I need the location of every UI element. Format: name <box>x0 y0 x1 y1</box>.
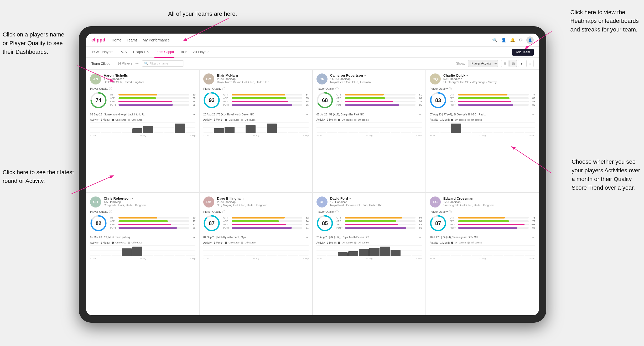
bell-icon[interactable]: 🔔 <box>510 38 515 42</box>
stat-bar-wrap <box>232 97 302 99</box>
chart-label-mid: 21 Aug <box>479 257 486 260</box>
search-box[interactable]: 🔍 Filter by name <box>142 60 184 67</box>
settings-icon[interactable]: ⚙ <box>519 38 523 42</box>
stat-value: 89 <box>417 216 422 219</box>
player-card[interactable]: DB Dave Billingham Plus Handicap Sog Mag… <box>199 193 313 316</box>
sub-nav-hcaps[interactable]: Hcaps 1-5 <box>133 47 149 58</box>
player-card[interactable]: DF David Ford ✔ 1-5 Handicap Royal North… <box>313 193 426 316</box>
on-course-label: On course <box>115 119 126 121</box>
quality-circle[interactable]: 83 <box>430 92 446 109</box>
sub-nav-all-players[interactable]: All Players <box>193 47 210 58</box>
player-handicap: 1-5 Handicap <box>443 200 535 204</box>
quality-circle[interactable]: 87 <box>203 215 220 232</box>
off-course-legend <box>128 242 130 244</box>
activity-label: Activity · 1 Month On course Off course <box>203 241 309 244</box>
quality-label: Player Quality i <box>90 87 195 90</box>
view-list-btn[interactable]: ⊟ <box>510 60 517 67</box>
player-handicap: Plus Handicap <box>217 77 309 81</box>
stat-bar <box>118 94 157 95</box>
edit-team-icon[interactable]: ✏ <box>136 61 139 66</box>
on-course-label: On course <box>228 119 240 121</box>
player-card[interactable]: CR Cameron Robertson ✔ 11-15 Handicap Ro… <box>313 70 426 193</box>
nav-home[interactable]: Home <box>112 37 121 43</box>
quality-section: 93 OTT 84 APP 85 ARG 88 PUTT <box>203 92 309 109</box>
nav-right: 🔍 👤 🔔 ⚙ 👤 <box>492 36 534 44</box>
off-course-label: Off course <box>358 119 369 121</box>
activity-section: Activity · 1 Month On course Off course … <box>203 241 309 260</box>
stat-value: 103 <box>530 223 535 226</box>
show-select[interactable]: Player Activity <box>468 60 498 67</box>
player-name[interactable]: Dave Billingham <box>217 196 309 200</box>
quality-info-icon: i <box>449 210 452 213</box>
quality-section: 85 OTT 89 APP 80 ARG 83 PUTT <box>316 215 422 232</box>
stat-row: ARG 84 <box>110 100 195 103</box>
mini-chart: 31 Jul 21 Aug 4 Sep <box>430 122 535 137</box>
chart-label-end: 4 Sep <box>190 134 195 137</box>
quality-circle[interactable]: 74 <box>90 92 107 109</box>
quality-circle[interactable]: 68 <box>316 92 333 109</box>
sub-nav-pga[interactable]: PGA <box>119 47 127 58</box>
stat-row: OTT 73 <box>450 216 535 219</box>
latest-round[interactable]: 18 Jul 23 | 74 (+4), Sunningdale GC - Ol… <box>430 234 535 239</box>
player-card[interactable]: AN Aaron Nicholls 11-15 Handicap Drift G… <box>86 70 199 193</box>
add-team-button[interactable]: Add Team <box>512 49 534 56</box>
player-handicap: 1-5 Handicap <box>330 200 422 204</box>
stat-bar <box>345 97 385 99</box>
player-name[interactable]: Cameron Robertson ✔ <box>330 73 422 77</box>
chart-label-start: 31 Jul <box>90 134 96 137</box>
latest-round[interactable]: 26 Aug 23 | 73 (+1), Royal North Devon G… <box>203 111 309 116</box>
stats-bars: OTT 82 APP 74 ARG 85 PUTT 94 <box>223 216 309 230</box>
latest-round[interactable]: 26 Aug 23 | 84 (+12), Royal North Devon … <box>316 234 422 239</box>
user-avatar[interactable]: 👤 <box>526 36 534 44</box>
quality-section: 74 OTT 60 APP 58 ARG 84 PUTT <box>90 92 195 109</box>
nav-my-performance[interactable]: My Performance <box>143 37 170 43</box>
on-course-label: On course <box>455 241 466 244</box>
view-grid-btn[interactable]: ⊞ <box>501 60 508 67</box>
round-arrow: → <box>192 113 195 116</box>
player-card[interactable]: BM Blair McHarg Plus Handicap Royal Nort… <box>199 70 313 193</box>
activity-section: Activity · 1 Month On course Off course … <box>430 241 535 260</box>
stat-row: PUTT 85 <box>336 104 422 106</box>
quality-circle[interactable]: 87 <box>430 215 446 232</box>
stat-row: ARG 83 <box>450 100 535 103</box>
stat-value: 83 <box>417 223 422 226</box>
profile-icon[interactable]: 👤 <box>501 38 506 42</box>
player-name[interactable]: David Ford ✔ <box>330 196 422 200</box>
off-course-legend <box>354 119 356 121</box>
view-sort-btn[interactable]: ↕ <box>526 60 534 67</box>
player-name[interactable]: Aaron Nicholls <box>104 73 195 77</box>
chart-label-start: 31 Jul <box>430 257 435 260</box>
player-name[interactable]: Blair McHarg <box>217 73 309 77</box>
stat-name: ARG <box>110 223 117 226</box>
player-name[interactable]: Chris Robertson ✔ <box>104 196 195 200</box>
off-course-label: Off course <box>245 241 256 244</box>
sub-nav-pgat[interactable]: PGAT Players <box>91 47 114 58</box>
stat-name: PUTT <box>336 104 344 106</box>
app-logo[interactable]: clippd <box>91 37 105 43</box>
player-club: Drift Golf Club, United Kingdom <box>104 81 195 84</box>
player-name[interactable]: Edward Crossman <box>443 196 535 200</box>
player-card[interactable]: CR Chris Robertson ✔ 1-5 Handicap Craigm… <box>86 193 199 316</box>
view-filter-btn[interactable]: ▼ <box>518 60 525 67</box>
quality-number: 74 <box>96 97 101 103</box>
player-card[interactable]: EC Edward Crossman 1-5 Handicap Sunningd… <box>426 193 539 316</box>
stat-bar-wrap <box>458 101 529 102</box>
nav-teams[interactable]: Teams <box>127 37 137 43</box>
player-name[interactable]: Charlie Quick ✔ <box>443 73 535 77</box>
stat-bar <box>458 227 517 229</box>
latest-round[interactable]: 05 Mar 23 | 19, Must make putting → <box>90 234 195 239</box>
latest-round[interactable]: 02 Sep 23 | Sunset round to get back int… <box>90 111 195 116</box>
stat-bar-wrap <box>345 217 416 219</box>
quality-info-icon: i <box>335 87 339 90</box>
search-icon[interactable]: 🔍 <box>492 38 497 42</box>
sub-nav-team-clippd[interactable]: Team Clippd <box>154 47 174 58</box>
player-card[interactable]: CQ Charlie Quick ✔ 6-10 Handicap St. Geo… <box>426 70 539 193</box>
sub-nav-tour[interactable]: Tour <box>180 47 187 58</box>
latest-round[interactable]: 07 Aug 23 | 77 (+7), St George's Hill GC… <box>430 111 535 116</box>
quality-circle[interactable]: 85 <box>316 215 333 232</box>
quality-circle[interactable]: 93 <box>203 92 220 109</box>
latest-round[interactable]: 04 Sep 23 | Mobility with coach, Gym → <box>203 234 309 239</box>
stat-row: PUTT 96 <box>336 227 422 229</box>
quality-circle[interactable]: 82 <box>90 215 107 232</box>
latest-round[interactable]: 02 Jul 23 | 59 (+17), Craigmillar Park G… <box>316 111 422 116</box>
